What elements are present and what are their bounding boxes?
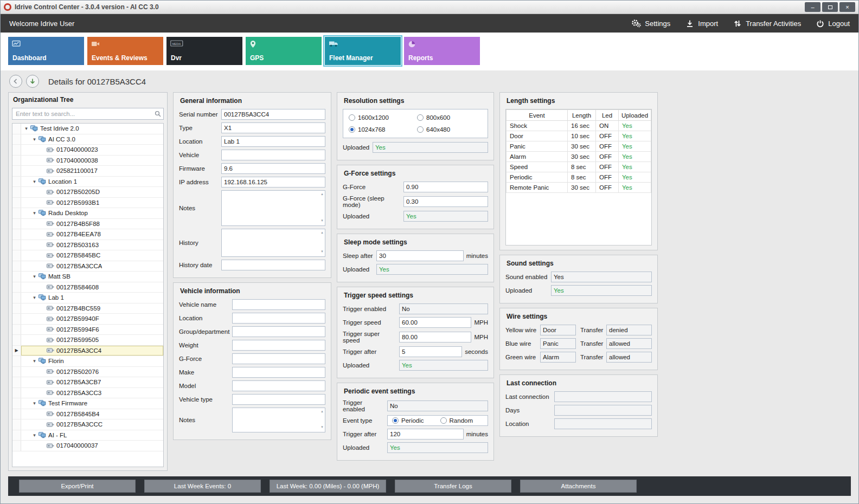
expander-icon[interactable]: ▾ <box>31 210 38 216</box>
location-input[interactable] <box>232 313 325 324</box>
tree-row[interactable]: 017040000023 <box>12 145 163 156</box>
random-radio[interactable]: Random <box>440 417 473 424</box>
import-button[interactable]: Import <box>685 20 718 28</box>
transfer-activities-button[interactable]: Transfer Activities <box>733 20 801 28</box>
minimize-button[interactable]: – <box>805 2 820 12</box>
vehicle-name-input[interactable] <box>232 299 325 310</box>
tab-dvr[interactable]: MEDIA Dvr <box>166 37 242 65</box>
tree-row[interactable]: 00127B5845B4 <box>12 409 163 420</box>
sleep-after-input[interactable] <box>376 250 464 261</box>
expander-icon[interactable]: ▾ <box>31 400 38 406</box>
back-button[interactable] <box>9 75 22 88</box>
trigger-enabled-input[interactable] <box>387 400 488 411</box>
length-table-row[interactable]: Remote Panic30 secOFFYes <box>507 183 651 193</box>
last-connection-input[interactable] <box>554 391 652 402</box>
periodic-radio[interactable]: Periodic <box>392 417 424 424</box>
tree-row[interactable]: ▶00127B5A3CC4 <box>12 346 163 357</box>
blue-wire-transfer-input[interactable] <box>606 338 652 349</box>
tree-row[interactable]: 00127B599505 <box>12 335 163 346</box>
uploaded-input[interactable] <box>387 442 488 453</box>
length-table-row[interactable]: Speed8 secOFFYes <box>507 162 651 172</box>
maximize-button[interactable] <box>822 2 838 12</box>
tree-row[interactable]: ▾Radu Desktop <box>12 208 163 219</box>
spin-down-icon[interactable]: ▼ <box>320 425 324 429</box>
trigger-after-input[interactable] <box>399 346 462 357</box>
expander-icon[interactable]: ▾ <box>31 432 38 438</box>
model-input[interactable] <box>232 380 325 391</box>
800x600-radio[interactable]: 800x600 <box>417 114 482 121</box>
tree-row[interactable]: ▾Matt SB <box>12 272 163 282</box>
tree-row[interactable]: ▾Florin <box>12 356 163 367</box>
tree-row[interactable]: 017040000037 <box>12 441 163 451</box>
tree-row[interactable]: ▾AI CC 3.0 <box>12 134 163 145</box>
notes-textarea[interactable] <box>221 190 325 226</box>
tree-row[interactable]: 00127B584608 <box>12 282 163 293</box>
yellow-wire-event-input[interactable] <box>540 325 576 335</box>
1600x1200-radio[interactable]: 1600x1200 <box>349 114 414 121</box>
trigger-speed-input[interactable] <box>399 317 471 328</box>
tree-row[interactable]: 00127B4B5F88 <box>12 219 163 230</box>
vehicle-input[interactable] <box>221 150 325 160</box>
weight-input[interactable] <box>232 340 325 351</box>
location-input[interactable] <box>221 136 325 147</box>
export-print-button[interactable]: Export/Print <box>19 480 136 493</box>
expander-icon[interactable]: ▾ <box>31 274 38 279</box>
spin-up-icon[interactable]: ▲ <box>320 192 324 196</box>
length-table-row[interactable]: Shock16 secONYes <box>507 121 651 131</box>
g-force-sleep-mode-input[interactable] <box>403 196 488 207</box>
expander-icon[interactable]: ▾ <box>31 358 38 364</box>
settings-button[interactable]: Settings <box>631 19 670 28</box>
trigger-super-speed-input[interactable] <box>399 332 471 343</box>
firmware-input[interactable] <box>221 163 325 174</box>
history-date-input[interactable] <box>221 260 325 270</box>
spin-up-icon[interactable]: ▲ <box>320 410 324 413</box>
g-force-input[interactable] <box>403 182 488 192</box>
trigger-after-input[interactable] <box>387 429 464 440</box>
green-wire-transfer-input[interactable] <box>606 352 652 363</box>
tab-gps[interactable]: GPS <box>246 37 322 65</box>
tree-row[interactable]: 00127B5993B1 <box>12 198 163 209</box>
spin-up-icon[interactable]: ▲ <box>320 231 324 234</box>
tree-row[interactable]: ▾Location 1 <box>12 177 163 188</box>
green-wire-event-input[interactable] <box>540 352 576 363</box>
transfer-logs-button[interactable]: Transfer Logs <box>395 480 511 493</box>
1024x768-radio[interactable]: 1024x768 <box>349 126 414 133</box>
640x480-radio[interactable]: 640x480 <box>417 126 482 133</box>
uploaded-input[interactable] <box>376 264 488 275</box>
days-input[interactable] <box>554 405 652 416</box>
location-input[interactable] <box>554 418 652 429</box>
sound-enabled-input[interactable] <box>551 272 652 282</box>
close-button[interactable]: × <box>839 2 855 12</box>
tree-row[interactable]: ▾Test Firmware <box>12 398 163 409</box>
uploaded-input[interactable] <box>373 142 488 153</box>
expander-icon[interactable]: ▾ <box>31 179 38 184</box>
tree-row[interactable]: ▾Lab 1 <box>12 293 163 303</box>
tree-row[interactable]: 00127B5994F6 <box>12 325 163 335</box>
tree-row[interactable]: 00127B59940F <box>12 314 163 325</box>
trigger-enabled-input[interactable] <box>399 303 488 314</box>
tree-row[interactable]: 00127B503163 <box>12 240 163 251</box>
tree-row[interactable]: 00127B4BC559 <box>12 303 163 314</box>
spin-down-icon[interactable]: ▼ <box>320 219 324 222</box>
tree-row[interactable]: 00127B50205D <box>12 187 163 198</box>
expander-icon[interactable]: ▾ <box>23 126 30 131</box>
yellow-wire-transfer-input[interactable] <box>606 325 652 335</box>
expander-icon[interactable]: ▾ <box>31 137 38 142</box>
tree-row[interactable]: 017040000038 <box>12 156 163 166</box>
expand-down-button[interactable] <box>26 75 39 88</box>
attachments-button[interactable]: Attachments <box>520 480 637 493</box>
last-week-events-button[interactable]: Last Week Events: 0 <box>144 480 261 493</box>
last-week-stats-button[interactable]: Last Week: 0.00 (Miles) - 0.00 (MPH) <box>270 480 386 493</box>
tree-row[interactable]: 025821100017 <box>12 166 163 177</box>
spin-down-icon[interactable]: ▼ <box>320 250 324 253</box>
uploaded-input[interactable] <box>551 285 652 296</box>
tree-row[interactable]: 00127B5A3CCA <box>12 261 163 272</box>
length-table-row[interactable]: Periodic8 secOFFYes <box>507 172 651 183</box>
group-department-input[interactable] <box>232 326 325 337</box>
tree-row[interactable]: 00127B5A3CCC <box>12 419 163 430</box>
length-table-row[interactable]: Alarm30 secOFFYes <box>507 152 651 162</box>
tree-row[interactable]: 00127B502076 <box>12 367 163 378</box>
type-input[interactable] <box>221 122 325 133</box>
tree-row[interactable]: ▾AI - FL <box>12 430 163 441</box>
tab-reports[interactable]: Reports <box>404 37 480 65</box>
